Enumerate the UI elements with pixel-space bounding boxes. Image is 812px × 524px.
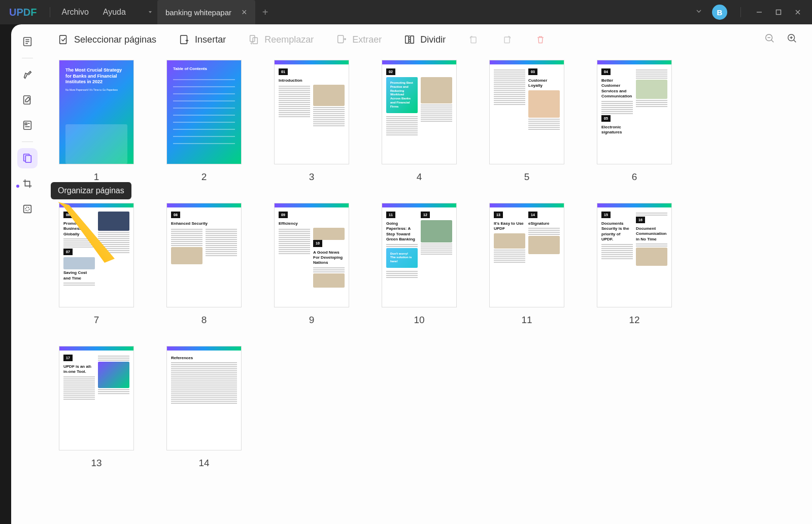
window-controls: B xyxy=(695,5,812,20)
replace-icon xyxy=(248,34,259,45)
chevron-down-icon[interactable] xyxy=(695,7,703,17)
page-thumb-3[interactable]: 01Introduction 3 xyxy=(274,60,349,183)
close-icon[interactable]: × xyxy=(242,8,247,17)
page-thumb-10[interactable]: 11Going Paperless: A Step Toward Green B… xyxy=(382,203,457,326)
sidebar-crop-icon[interactable] xyxy=(17,173,38,194)
tab-strip: banking whitepapar × + xyxy=(143,0,276,24)
tab-document[interactable]: banking whitepapar × xyxy=(157,0,255,24)
app-logo: UPDF xyxy=(0,7,46,18)
rotate-left-button xyxy=(468,34,479,45)
split-button[interactable]: Dividir xyxy=(404,34,446,45)
svg-rect-26 xyxy=(504,37,510,43)
minimize-icon[interactable] xyxy=(754,7,764,17)
page-thumb-8[interactable]: 08Enhanced Security 8 xyxy=(166,203,242,326)
svg-rect-8 xyxy=(25,123,27,125)
insert-icon xyxy=(179,34,190,45)
select-icon xyxy=(58,34,69,45)
page-thumb-1[interactable]: The Most Crucial Strategy for Banks and … xyxy=(59,60,134,183)
delete-button xyxy=(535,34,546,45)
toolbar: Seleccionar páginas Insertar Reemplazar … xyxy=(44,24,812,55)
select-pages-button[interactable]: Seleccionar páginas xyxy=(58,34,156,45)
content-area: Seleccionar páginas Insertar Reemplazar … xyxy=(44,24,812,524)
sidebar-watermark-icon[interactable] xyxy=(17,199,38,219)
page-thumb-13[interactable]: 17UPDF is an all-in-one Tool. 13 xyxy=(59,346,134,469)
zoom-out-icon[interactable] xyxy=(764,33,775,46)
page-thumb-9[interactable]: 09Efficiency10A Good News For Developing… xyxy=(274,203,349,326)
svg-line-31 xyxy=(794,40,796,43)
callout-arrow xyxy=(54,198,125,269)
svg-rect-13 xyxy=(24,205,31,213)
menu-file[interactable]: Archivo xyxy=(54,8,95,17)
insert-button[interactable]: Insertar xyxy=(179,34,226,45)
svg-rect-19 xyxy=(250,36,255,42)
page-thumb-6[interactable]: 04Better Customer Services and Communica… xyxy=(597,60,672,183)
separator xyxy=(50,7,50,17)
divider xyxy=(22,142,33,142)
svg-rect-22 xyxy=(405,36,409,44)
replace-button: Reemplazar xyxy=(248,34,314,45)
extract-button: Extraer xyxy=(336,34,382,45)
maximize-icon[interactable] xyxy=(773,7,784,17)
trash-icon xyxy=(535,34,546,45)
avatar[interactable]: B xyxy=(712,5,727,20)
page-thumb-11[interactable]: 13It's Easy to Use UPDF14eSignature 11 xyxy=(489,203,564,326)
tab-title: banking whitepapar xyxy=(165,8,231,17)
main-panel: Organizar páginas Seleccionar páginas In… xyxy=(11,24,812,524)
page-thumb-4[interactable]: 02Promoting Best Practice and Reducing W… xyxy=(382,60,457,183)
zoom-controls xyxy=(764,33,798,46)
titlebar: UPDF Archivo Ayuda banking whitepapar × … xyxy=(0,0,812,24)
divider xyxy=(22,58,33,58)
svg-rect-23 xyxy=(411,36,414,44)
sidebar-edit-icon[interactable] xyxy=(17,90,38,110)
svg-point-14 xyxy=(25,207,29,211)
rotate-right-icon xyxy=(501,34,513,45)
svg-rect-16 xyxy=(181,36,187,44)
tab-dropdown-icon[interactable] xyxy=(143,0,157,24)
split-icon xyxy=(404,34,415,45)
page-thumb-5[interactable]: 03Customer Loyalty 5 xyxy=(489,60,564,183)
sidebar xyxy=(11,24,44,524)
page-thumb-12[interactable]: 15Documents Security is the priority of … xyxy=(597,203,672,326)
sidebar-highlight-icon[interactable] xyxy=(17,64,38,85)
svg-rect-21 xyxy=(338,36,344,43)
sidebar-reader-icon[interactable] xyxy=(17,31,38,52)
svg-line-28 xyxy=(771,40,774,43)
page-grid[interactable]: The Most Crucial Strategy for Banks and … xyxy=(44,55,812,524)
svg-rect-15 xyxy=(60,36,66,44)
separator xyxy=(740,7,741,17)
svg-rect-25 xyxy=(471,37,476,43)
svg-rect-7 xyxy=(24,121,31,130)
rotate-left-icon xyxy=(468,34,479,45)
close-window-icon[interactable] xyxy=(793,7,803,17)
svg-rect-12 xyxy=(25,156,31,163)
rotate-right-button xyxy=(501,34,513,45)
zoom-in-icon[interactable] xyxy=(787,33,798,46)
svg-rect-20 xyxy=(253,38,257,44)
menu-help[interactable]: Ayuda xyxy=(96,8,133,17)
svg-rect-1 xyxy=(776,10,781,15)
sidebar-organize-icon[interactable] xyxy=(17,148,38,168)
new-tab-button[interactable]: + xyxy=(255,0,276,24)
page-thumb-2[interactable]: Table of Contents 2 xyxy=(166,60,242,183)
extract-icon xyxy=(336,34,347,45)
active-indicator xyxy=(16,185,19,188)
sidebar-form-icon[interactable] xyxy=(17,115,38,135)
tooltip-organize: Organizar páginas xyxy=(51,182,131,199)
page-thumb-14[interactable]: References 14 xyxy=(166,346,242,469)
